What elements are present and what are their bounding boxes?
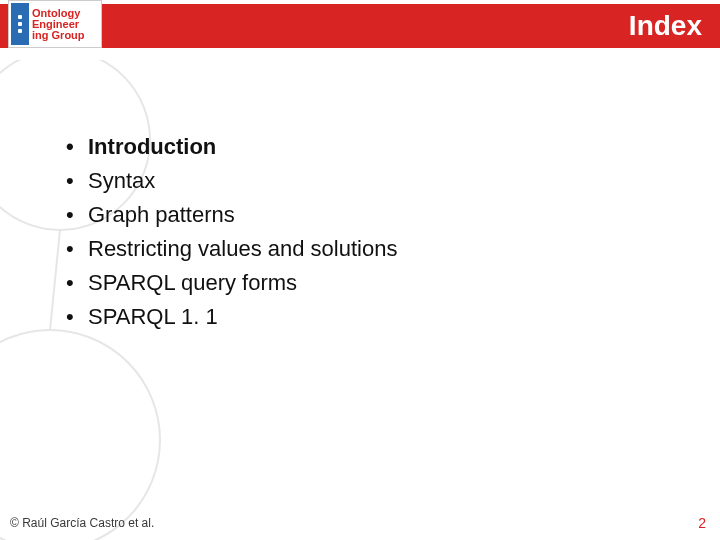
list-item-label: SPARQL query forms (88, 270, 297, 295)
page-number: 2 (698, 515, 706, 531)
header-bar: Index (0, 4, 720, 48)
list-item: Syntax (60, 164, 397, 198)
content-area: Introduction Syntax Graph patterns Restr… (60, 130, 397, 335)
slide: Index Ontology Engineer ing Group Introd… (0, 0, 720, 540)
svg-point-1 (0, 330, 160, 540)
list-item: Graph patterns (60, 198, 397, 232)
list-item: Introduction (60, 130, 397, 164)
copyright-text: © Raúl García Castro et al. (10, 516, 154, 530)
index-bullet-list: Introduction Syntax Graph patterns Restr… (60, 130, 397, 335)
page-title: Index (629, 10, 702, 42)
list-item: SPARQL 1. 1 (60, 300, 397, 334)
footer: © Raúl García Castro et al. 2 (0, 512, 720, 540)
list-item-label: SPARQL 1. 1 (88, 304, 218, 329)
logo-line-2: Engineer (32, 19, 99, 30)
list-item: SPARQL query forms (60, 266, 397, 300)
svg-line-2 (50, 230, 60, 330)
list-item-label: Restricting values and solutions (88, 236, 397, 261)
logo-text: Ontology Engineer ing Group (29, 3, 99, 45)
list-item-label: Syntax (88, 168, 155, 193)
logo-icon (11, 3, 29, 45)
logo-line-1: Ontology (32, 8, 99, 19)
ontology-engineering-group-logo: Ontology Engineer ing Group (8, 0, 102, 48)
list-item-label: Introduction (88, 134, 216, 159)
list-item-label: Graph patterns (88, 202, 235, 227)
list-item: Restricting values and solutions (60, 232, 397, 266)
logo-line-3: ing Group (32, 30, 99, 41)
